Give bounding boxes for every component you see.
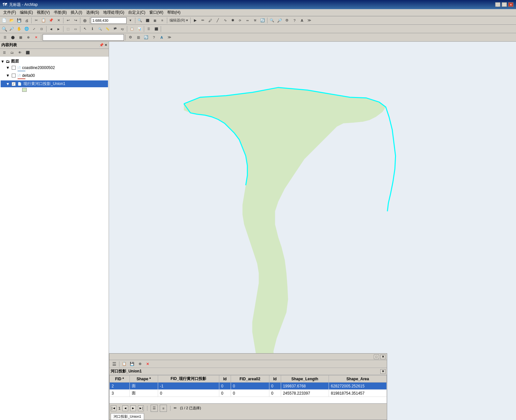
tools-icon[interactable]: ⚒ (251, 17, 259, 24)
menu-bookmark[interactable]: 书签(B) (52, 9, 69, 16)
table-button[interactable]: 📋 (128, 25, 135, 33)
attr-minimize-button[interactable]: □ (374, 355, 379, 359)
rotate-icon[interactable]: ⟳ (237, 17, 244, 24)
maximize-button[interactable]: □ (502, 2, 507, 7)
delete-button[interactable]: ✕ (55, 17, 62, 24)
col-shape[interactable]: Shape * (129, 375, 158, 383)
redo-button[interactable]: ↪ (72, 17, 79, 24)
zoom-out-icon[interactable]: 🔎 (276, 17, 283, 24)
list-icon[interactable]: ☰ (145, 25, 152, 33)
zoom-in-icon[interactable]: 🔍 (268, 17, 276, 24)
toc-list-icon[interactable]: ☰ (1, 49, 8, 56)
toc-pin-icon[interactable]: 📌 (99, 43, 104, 47)
col-id2[interactable]: Id (269, 375, 281, 383)
select-rect-icon[interactable]: ▭ (72, 25, 79, 33)
menu-insert[interactable]: 插入(I) (69, 9, 84, 16)
col-id1[interactable]: Id (219, 375, 231, 383)
expand-layer-icon[interactable]: ▼ (6, 65, 10, 70)
attr-table-content[interactable]: FID * Shape * FID_现行黄河口投影 Id FID_area02 … (109, 375, 387, 403)
col-fid-area02[interactable]: FID_area02 (231, 375, 269, 383)
transect-question-icon[interactable]: ? (150, 34, 157, 41)
add-data-button[interactable]: ⊕ (81, 17, 88, 24)
table-row[interactable]: 3 面 0 0 0 0 245578.223397 819818754.3514… (110, 390, 387, 397)
expand-xiandang-icon[interactable]: ▼ (6, 82, 10, 86)
layer-xiandang-checkbox[interactable] (12, 82, 16, 86)
globe-button[interactable]: 🌐 (23, 25, 30, 33)
cut-button[interactable]: ✂ (33, 17, 40, 24)
close-button[interactable]: ✕ (508, 2, 513, 7)
zoom-layer-button[interactable]: ⊡ (38, 25, 45, 33)
transect-icon2[interactable]: ▦ (17, 34, 24, 41)
pen-icon[interactable]: 🖊 (207, 17, 214, 24)
attr-save-button[interactable]: 💾 (129, 360, 136, 368)
attr-layer-close[interactable]: ✕ (380, 369, 386, 374)
zoom-select-icon[interactable]: ▦ (151, 17, 158, 24)
transect-icon1[interactable]: ⬤ (9, 34, 16, 41)
menu-customize[interactable]: 自定义(C) (126, 9, 147, 16)
undo-button[interactable]: ↩ (64, 17, 72, 24)
transect-fill-icon[interactable]: ▥ (135, 34, 142, 41)
transect-refresh-icon[interactable]: 🔄 (143, 34, 150, 41)
pointer-icon[interactable]: ▶ (192, 17, 199, 24)
graph-button[interactable]: 📊 (136, 25, 143, 33)
nav-first-button[interactable]: |◄ (111, 405, 116, 411)
mirror-icon[interactable]: ⇔ (244, 17, 251, 24)
settings-icon[interactable]: ⚙ (283, 17, 291, 24)
toc-close-icon[interactable]: ✕ (104, 43, 107, 47)
menu-geoprocess[interactable]: 地理处理(G) (101, 9, 126, 16)
nav-last-button[interactable]: ►| (138, 405, 144, 411)
toc-layer-delta-row[interactable]: ▼ 📄 delta00 (1, 73, 108, 78)
attr-close-button[interactable]: ✕ (380, 355, 386, 359)
arrow-cursor-icon[interactable]: ↖ (81, 25, 88, 33)
toc-layers-icon[interactable]: 🗂 (8, 49, 16, 56)
menu-view[interactable]: 视图(V) (35, 9, 52, 16)
transect-more-icon[interactable]: ≫ (166, 34, 173, 41)
copy-button[interactable]: 📋 (40, 17, 47, 24)
find-icon[interactable]: 🔍 (96, 25, 103, 33)
menu-help[interactable]: 帮助(H) (165, 9, 183, 16)
menu-edit[interactable]: 编辑(E) (18, 9, 35, 16)
toc-select-icon[interactable]: ⬛ (24, 49, 31, 56)
transect-delete-icon[interactable]: ✕ (33, 34, 40, 41)
back-button[interactable]: ◄ (48, 25, 55, 33)
transect-settings-icon[interactable]: ⚙ (127, 34, 134, 41)
save-button[interactable]: 💾 (16, 17, 23, 24)
layers-icon[interactable]: ≡ (159, 17, 166, 24)
question-icon[interactable]: ? (291, 17, 298, 24)
expand-icon[interactable]: ▼ (1, 59, 5, 64)
attr-tab[interactable]: 河口投影_Union1 (111, 413, 144, 420)
pan-button[interactable]: ✋ (16, 25, 23, 33)
col-shape-length[interactable]: Shape_Length (281, 375, 329, 383)
nav-prev-button[interactable]: ◄ (122, 405, 128, 411)
zoom-full-icon[interactable]: ⬛ (144, 17, 151, 24)
nav-next-button[interactable]: ► (130, 405, 136, 411)
col-fid-xiandang[interactable]: FID_现行黄河口投影 (158, 375, 219, 383)
select-mode-icon[interactable]: ⬚ (64, 25, 72, 33)
open-button[interactable]: 📂 (8, 17, 15, 24)
transect-layer-input[interactable]: Transect layer selection (43, 34, 124, 41)
col-fid[interactable]: FID * (110, 375, 130, 383)
table-row[interactable]: 2 面 -1 0 0 0 199837.6768 628272005.25261… (110, 383, 387, 390)
layer-coastline-checkbox[interactable] (12, 66, 16, 70)
select-icon2[interactable]: ⬛ (153, 25, 160, 33)
scale-dropdown[interactable]: ▾ (127, 17, 134, 24)
paste-button[interactable]: 📌 (48, 17, 55, 24)
zoom-in-button[interactable]: 🔍 (1, 25, 8, 33)
font-icon[interactable]: A (298, 17, 306, 24)
toc-layer-coastline-row[interactable]: ▼ 📄 coastline20000502 (1, 65, 108, 71)
menu-window[interactable]: 窗口(W) (147, 9, 165, 16)
line-icon[interactable]: ╱ (214, 17, 221, 24)
transect-icon3[interactable]: ⊕ (25, 34, 32, 41)
info-icon[interactable]: ℹ (89, 25, 96, 33)
toc-visible-icon[interactable]: 👁 (16, 49, 23, 56)
attr-menu-button[interactable]: ☰ (111, 360, 118, 368)
table-view-button[interactable]: ☰ (151, 405, 158, 412)
forward-button[interactable]: ► (55, 25, 62, 33)
measure-icon[interactable]: 📏 (104, 25, 111, 33)
attr-add-button[interactable]: ⊕ (136, 360, 143, 368)
col-shape-area[interactable]: Shape_Area (329, 375, 387, 383)
mag-glass-icon[interactable]: 🔍 (136, 17, 143, 24)
menu-file[interactable]: 文件(F) (1, 9, 18, 16)
node-icon[interactable]: ✱ (229, 17, 236, 24)
print-button[interactable]: 🖨 (23, 17, 30, 24)
